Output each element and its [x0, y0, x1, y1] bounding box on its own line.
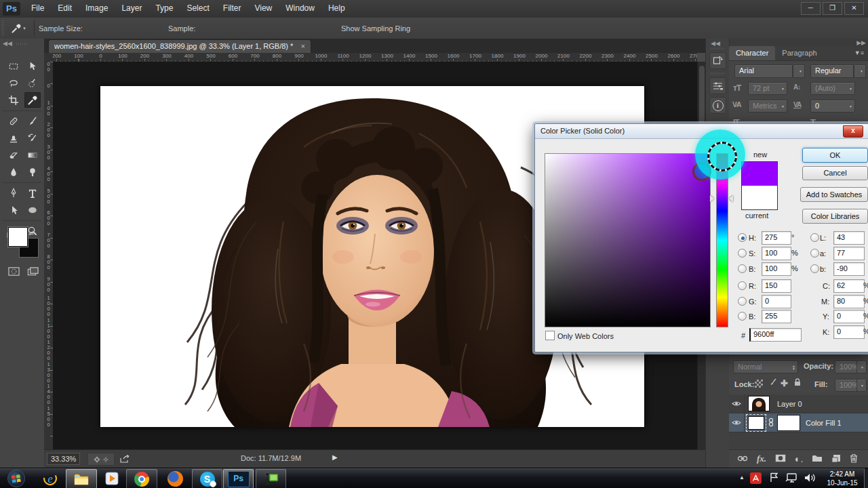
radio-a[interactable]: [810, 249, 819, 258]
collapse-panels-icon[interactable]: ▶▶: [856, 39, 866, 46]
photoshop-taskbar-icon[interactable]: Ps: [223, 469, 254, 488]
font-style-arrow[interactable]: ▼: [854, 64, 866, 78]
opacity-arrow[interactable]: ▼: [856, 361, 867, 373]
radio-b[interactable]: [738, 264, 747, 273]
layer-name[interactable]: Color Fill 1: [806, 419, 842, 427]
menu-filter[interactable]: Filter: [216, 0, 248, 17]
menu-type[interactable]: Type: [149, 0, 180, 17]
restore-icon[interactable]: ❐: [823, 2, 842, 15]
layer-style-icon[interactable]: fx.: [757, 453, 766, 464]
radio-g[interactable]: [738, 297, 747, 306]
fill-field[interactable]: 100%: [835, 379, 858, 392]
only-web-colors-checkbox[interactable]: [545, 331, 555, 340]
new-group-icon[interactable]: [812, 454, 823, 464]
font-family-arrow[interactable]: ▼: [793, 64, 805, 78]
layer-name[interactable]: Layer 0: [777, 400, 802, 408]
chrome-icon[interactable]: [126, 469, 157, 488]
radio-r[interactable]: [738, 281, 747, 290]
kerning-dropdown[interactable]: Metrics ▼: [748, 100, 787, 113]
lab-b-field[interactable]: -90: [833, 262, 865, 276]
g-field[interactable]: 0: [762, 295, 791, 308]
s-field[interactable]: 100: [762, 247, 791, 260]
quick-mask-icon[interactable]: [5, 264, 22, 279]
font-size-dropdown[interactable]: 72 pt ▼: [748, 82, 787, 95]
menu-help[interactable]: Help: [321, 0, 352, 17]
opacity-field[interactable]: 100%: [835, 361, 858, 373]
volume-icon[interactable]: [804, 472, 816, 485]
tray-clock[interactable]: 2:42 AM 10-Jun-15: [822, 470, 863, 487]
zoom-level-field[interactable]: 33.33%: [47, 453, 80, 465]
brush-tool[interactable]: [24, 113, 41, 129]
l-field[interactable]: 43: [833, 231, 865, 245]
link-layers-icon[interactable]: [737, 455, 748, 463]
expand-panels-icon[interactable]: ◀◀: [711, 40, 720, 47]
new-layer-icon[interactable]: [831, 454, 841, 464]
add-mask-icon[interactable]: [775, 454, 786, 464]
screen-recorder-icon[interactable]: [256, 469, 286, 488]
color-libraries-button[interactable]: Color Libraries: [802, 209, 868, 224]
k-field[interactable]: 0: [833, 325, 865, 339]
layer-mask-thumbnail[interactable]: [777, 415, 800, 431]
status-tools[interactable]: [87, 453, 115, 466]
network-icon[interactable]: [785, 472, 799, 485]
gradient-tool[interactable]: [24, 147, 41, 163]
foreground-color-swatch[interactable]: [8, 227, 28, 247]
internet-explorer-icon[interactable]: e: [39, 470, 61, 487]
leading-dropdown[interactable]: (Auto) ▼: [810, 82, 855, 95]
menu-file[interactable]: File: [24, 0, 51, 17]
clone-stamp-tool[interactable]: [5, 130, 22, 146]
screen-mode-icon[interactable]: [24, 264, 41, 279]
menu-select[interactable]: Select: [180, 0, 216, 17]
close-icon[interactable]: ✕: [844, 2, 864, 15]
adjustment-layer-icon[interactable]: ◐.: [795, 453, 803, 464]
delete-layer-icon[interactable]: [850, 453, 858, 464]
font-family-dropdown[interactable]: Arial: [734, 64, 793, 78]
tray-expand-icon[interactable]: ▲: [739, 474, 745, 481]
eraser-tool[interactable]: [5, 147, 22, 163]
tracking-dropdown[interactable]: 0 ▼: [810, 100, 855, 113]
hue-arrow-right-icon[interactable]: [729, 195, 733, 202]
show-desktop-button[interactable]: [864, 468, 868, 488]
status-arrow-icon[interactable]: ▶: [332, 453, 338, 461]
font-style-dropdown[interactable]: Regular: [810, 64, 854, 78]
menu-edit[interactable]: Edit: [51, 0, 79, 17]
ellipse-shape-tool[interactable]: [24, 202, 41, 218]
blur-tool[interactable]: [5, 164, 22, 180]
y-field[interactable]: 0: [833, 310, 865, 323]
marquee-tool[interactable]: [5, 58, 22, 74]
tab-close-icon[interactable]: ×: [300, 42, 304, 50]
healing-brush-tool[interactable]: [5, 113, 22, 129]
b-field[interactable]: 100: [762, 262, 791, 276]
a-field[interactable]: 77: [833, 247, 865, 260]
type-tool[interactable]: [24, 185, 41, 201]
menu-window[interactable]: Window: [279, 0, 321, 17]
layer-mask-link-icon[interactable]: [768, 418, 774, 428]
skype-icon[interactable]: S: [192, 469, 222, 488]
dodge-tool[interactable]: [24, 164, 41, 180]
visibility-toggle[interactable]: [729, 413, 745, 432]
panel-menu-icon[interactable]: ▼≡: [854, 46, 868, 60]
layer-row-layer0[interactable]: Layer 0: [729, 394, 868, 413]
menu-view[interactable]: View: [248, 0, 279, 17]
pen-tool[interactable]: [5, 185, 22, 201]
eyedropper-preset-button[interactable]: ▾: [7, 20, 30, 36]
firefox-icon[interactable]: [165, 470, 185, 487]
info-panel-icon[interactable]: i: [709, 97, 726, 114]
radio-l[interactable]: [810, 233, 819, 242]
lock-position-icon[interactable]: ✚: [781, 378, 788, 388]
path-selection-tool[interactable]: [5, 202, 22, 218]
clone-source-panel-icon[interactable]: [709, 77, 726, 94]
b2-field[interactable]: 255: [762, 310, 791, 323]
visibility-toggle[interactable]: [729, 394, 745, 413]
eyedropper-tool[interactable]: [24, 92, 41, 108]
menu-image[interactable]: Image: [79, 0, 115, 17]
h-field[interactable]: 275: [762, 231, 791, 245]
ruler-corner[interactable]: [44, 53, 54, 62]
r-field[interactable]: 150: [762, 279, 791, 293]
color-field[interactable]: [545, 153, 711, 327]
doc-size-info[interactable]: Doc: 11.7M/12.9M: [241, 454, 301, 462]
fill-arrow[interactable]: ▼: [856, 379, 867, 392]
adobe-tray-icon[interactable]: [750, 472, 762, 484]
c-field[interactable]: 62: [833, 279, 865, 293]
cancel-button[interactable]: Cancel: [802, 166, 868, 180]
